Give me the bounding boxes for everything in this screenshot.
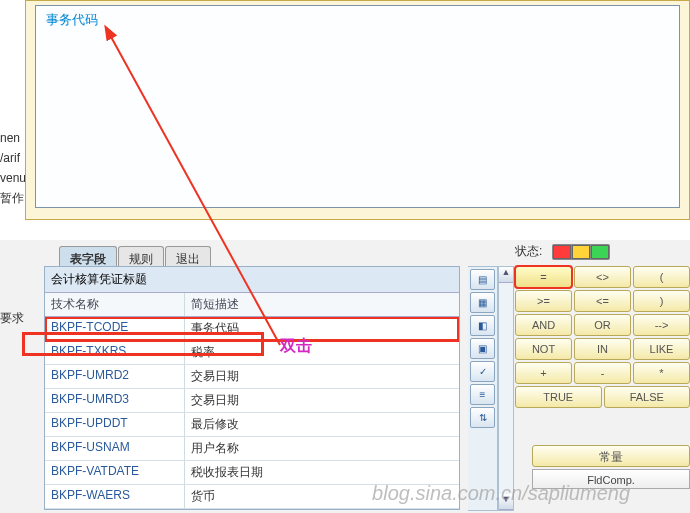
operator-grid: =<>(>=<=)ANDOR-->NOTINLIKE+-*TRUEFALSE xyxy=(515,266,690,410)
operator-button[interactable]: - xyxy=(574,362,631,384)
cell-tech: BKPF-USNAM xyxy=(45,437,185,460)
cell-desc: 交易日期 xyxy=(185,365,459,388)
toolbar-button[interactable]: ▣ xyxy=(470,338,495,359)
group-header[interactable]: 会计核算凭证标题 xyxy=(45,267,459,293)
toolbar-button[interactable]: ▤ xyxy=(470,269,495,290)
cell-tech: BKPF-TCODE xyxy=(45,317,185,340)
cell-desc: 税收报表日期 xyxy=(185,461,459,484)
constants-header[interactable]: 常量 xyxy=(532,445,690,467)
toolbar-button[interactable]: ⇅ xyxy=(470,407,495,428)
toolbar-button[interactable]: ▦ xyxy=(470,292,495,313)
col-tech-name: 技术名称 xyxy=(45,293,185,316)
field-token[interactable]: 事务代码 xyxy=(46,11,98,29)
status-lights xyxy=(552,244,610,260)
trunc-label: 暂作 xyxy=(0,188,25,208)
trunc-label: nen xyxy=(0,128,25,148)
operator-button[interactable]: <> xyxy=(574,266,631,288)
scroll-track[interactable] xyxy=(499,283,513,494)
operator-button[interactable]: ( xyxy=(633,266,690,288)
toolbar-button[interactable]: ◧ xyxy=(470,315,495,336)
table-row[interactable]: BKPF-UMRD2交易日期 xyxy=(45,365,459,389)
operator-button[interactable]: OR xyxy=(574,314,631,336)
operator-button[interactable]: * xyxy=(633,362,690,384)
watermark: blog.sina.com.cn/sapliumeng xyxy=(372,482,630,505)
annotation-dblclick-text: 双击 xyxy=(280,336,312,357)
scroll-up-icon[interactable]: ▲ xyxy=(499,267,513,283)
cell-desc: 税率 xyxy=(185,341,459,364)
request-label: 要求 xyxy=(0,310,24,327)
light-green-icon xyxy=(591,245,609,259)
column-headers: 技术名称 简短描述 xyxy=(45,293,459,317)
light-yellow-icon xyxy=(572,245,590,259)
table-row[interactable]: BKPF-TXKRS税率 xyxy=(45,341,459,365)
status-area: 状态: xyxy=(515,243,690,263)
table-row[interactable]: BKPF-UPDDT最后修改 xyxy=(45,413,459,437)
cell-tech: BKPF-TXKRS xyxy=(45,341,185,364)
operator-button[interactable]: >= xyxy=(515,290,572,312)
operator-button[interactable]: = xyxy=(515,266,572,288)
cell-tech: BKPF-WAERS xyxy=(45,485,185,508)
toolbar-button[interactable]: ✓ xyxy=(470,361,495,382)
operator-button[interactable]: LIKE xyxy=(633,338,690,360)
vertical-toolbar: ▤▦◧▣✓≡⇅ xyxy=(468,266,498,511)
light-red-icon xyxy=(553,245,571,259)
scrollbar[interactable]: ▲ ▼ xyxy=(498,266,514,511)
cell-desc: 事务代码 xyxy=(185,317,459,340)
fields-panel: 会计核算凭证标题 技术名称 简短描述 BKPF-TCODE事务代码BKPF-TX… xyxy=(44,266,460,510)
operator-button[interactable]: FALSE xyxy=(604,386,691,408)
left-truncated-labels: nen /arif venu 暂作 xyxy=(0,128,25,208)
status-label: 状态: xyxy=(515,243,542,260)
table-row[interactable]: BKPF-USNAM用户名称 xyxy=(45,437,459,461)
table-row[interactable]: BKPF-TCODE事务代码 xyxy=(45,317,459,341)
cell-desc: 用户名称 xyxy=(185,437,459,460)
operator-button[interactable]: + xyxy=(515,362,572,384)
operator-button[interactable]: NOT xyxy=(515,338,572,360)
trunc-label: /arif xyxy=(0,148,25,168)
toolbar-button[interactable]: ≡ xyxy=(470,384,495,405)
tab-area: 表字段 规则 退出 会计核算凭证标题 技术名称 简短描述 BKPF-TCODE事… xyxy=(44,240,690,510)
cell-tech: BKPF-UMRD3 xyxy=(45,389,185,412)
operator-button[interactable]: --> xyxy=(633,314,690,336)
cell-desc: 最后修改 xyxy=(185,413,459,436)
operator-button[interactable]: IN xyxy=(574,338,631,360)
cell-desc: 交易日期 xyxy=(185,389,459,412)
operator-button[interactable]: TRUE xyxy=(515,386,602,408)
code-area: 事务代码 xyxy=(35,5,680,208)
field-rows: BKPF-TCODE事务代码BKPF-TXKRS税率BKPF-UMRD2交易日期… xyxy=(45,317,459,509)
col-description: 简短描述 xyxy=(185,293,459,316)
cell-tech: BKPF-UPDDT xyxy=(45,413,185,436)
cell-tech: BKPF-UMRD2 xyxy=(45,365,185,388)
trunc-label: venu xyxy=(0,168,25,188)
operator-button[interactable]: AND xyxy=(515,314,572,336)
table-row[interactable]: BKPF-UMRD3交易日期 xyxy=(45,389,459,413)
cell-tech: BKPF-VATDATE xyxy=(45,461,185,484)
lower-container: 要求 表字段 规则 退出 会计核算凭证标题 技术名称 简短描述 BKPF-TCO… xyxy=(0,240,690,513)
operator-button[interactable]: ) xyxy=(633,290,690,312)
operator-button[interactable]: <= xyxy=(574,290,631,312)
